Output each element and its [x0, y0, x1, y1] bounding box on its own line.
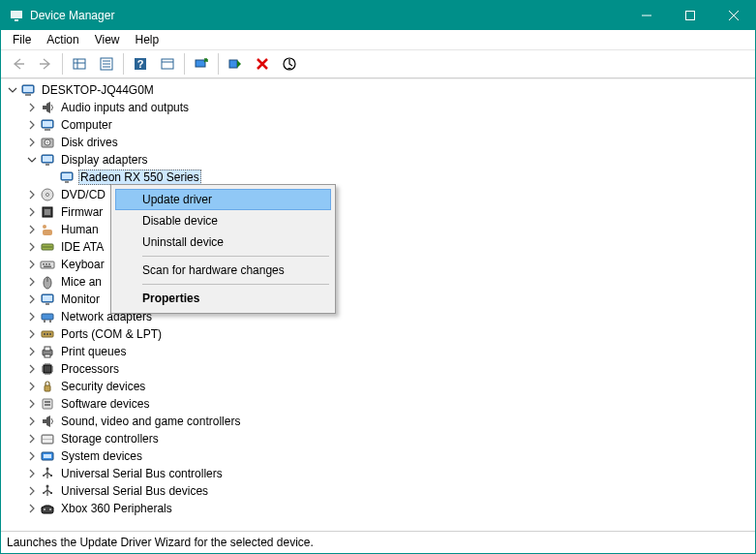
- context-menu-item[interactable]: Disable device: [115, 210, 331, 231]
- tree-category[interactable]: Universal Serial Bus controllers: [1, 465, 755, 482]
- context-menu-separator: [142, 284, 329, 285]
- tree-root-label: DESKTOP-JQ44G0M: [40, 83, 156, 97]
- toolbar-help-button[interactable]: ?: [128, 51, 153, 77]
- chevron-right-icon[interactable]: [24, 361, 40, 377]
- chevron-right-icon[interactable]: [24, 274, 40, 290]
- toolbar: ?: [1, 50, 755, 78]
- context-menu-item[interactable]: Uninstall device: [115, 231, 331, 253]
- toolbar-scan-button[interactable]: [277, 51, 302, 77]
- chevron-right-icon[interactable]: [24, 414, 40, 429]
- tree-category-label: Universal Serial Bus devices: [59, 484, 210, 498]
- toolbar-details-button[interactable]: [155, 51, 180, 77]
- svg-rect-77: [685, 12, 694, 20]
- mouse-icon: [40, 274, 55, 290]
- toolbar-enable-button[interactable]: [223, 51, 248, 77]
- toolbar-separator: [218, 53, 219, 75]
- tree-category-label: Xbox 360 Peripherals: [59, 502, 174, 515]
- tree-category[interactable]: Xbox 360 Peripherals: [1, 500, 755, 517]
- context-menu-item[interactable]: Update driver: [115, 189, 331, 210]
- tree-category-label: Security devices: [59, 380, 147, 393]
- chevron-right-icon[interactable]: [24, 100, 40, 115]
- toolbar-properties-button[interactable]: [94, 51, 119, 77]
- tree-category[interactable]: Display adapters: [1, 151, 755, 169]
- tree-category[interactable]: Security devices: [1, 378, 755, 395]
- firmware-icon: [40, 204, 55, 220]
- context-menu-item[interactable]: Scan for hardware changes: [115, 260, 331, 281]
- tree-category[interactable]: Ports (COM & LPT): [1, 325, 755, 343]
- chevron-right-icon[interactable]: [24, 344, 40, 359]
- tree-category[interactable]: Universal Serial Bus devices: [1, 482, 755, 500]
- svg-rect-89: [162, 59, 173, 69]
- display-icon: [40, 152, 55, 168]
- toolbar-back-button[interactable]: [6, 51, 31, 77]
- tree-category-label: Sound, video and game controllers: [59, 415, 242, 428]
- context-menu-item-label: Uninstall device: [142, 235, 224, 249]
- svg-rect-74: [11, 11, 22, 18]
- menu-view[interactable]: View: [87, 31, 128, 48]
- chevron-right-icon[interactable]: [24, 448, 40, 464]
- sound-icon: [40, 414, 55, 429]
- app-icon: [9, 8, 24, 23]
- printer-icon: [40, 344, 55, 359]
- context-menu-item-label: Scan for hardware changes: [142, 263, 285, 277]
- tree-category[interactable]: Sound, video and game controllers: [1, 413, 755, 430]
- disk-icon: [40, 135, 55, 150]
- svg-rect-80: [74, 59, 85, 69]
- close-button[interactable]: [711, 1, 755, 30]
- chevron-right-icon[interactable]: [24, 187, 40, 202]
- network-icon: [40, 309, 55, 324]
- tree-root[interactable]: DESKTOP-JQ44G0M: [1, 81, 755, 99]
- chevron-right-icon[interactable]: [24, 239, 40, 255]
- optical-icon: [40, 187, 55, 202]
- tree-category[interactable]: Disk drives: [1, 134, 755, 151]
- toolbar-uninstall-button[interactable]: [250, 51, 275, 77]
- tree-category[interactable]: Processors: [1, 360, 755, 378]
- minimize-button[interactable]: [624, 1, 668, 30]
- tree-category[interactable]: System devices: [1, 447, 755, 465]
- chevron-right-icon[interactable]: [24, 396, 40, 412]
- context-menu-item-label: Properties: [142, 292, 199, 305]
- usb-icon: [40, 466, 55, 481]
- audio-icon: [40, 100, 55, 115]
- tree-category[interactable]: Computer: [1, 116, 755, 134]
- chevron-right-icon[interactable]: [24, 379, 40, 394]
- tree-category-label: Processors: [59, 362, 121, 376]
- chevron-right-icon[interactable]: [24, 501, 40, 516]
- ide-icon: [40, 239, 55, 255]
- maximize-button[interactable]: [668, 1, 711, 30]
- tree-category-label: Disk drives: [59, 136, 120, 149]
- tree-category[interactable]: Audio inputs and outputs: [1, 99, 755, 116]
- chevron-right-icon[interactable]: [24, 431, 40, 446]
- tree-category-label: Firmwar: [59, 205, 105, 219]
- chevron-right-icon[interactable]: [24, 326, 40, 342]
- chevron-right-icon[interactable]: [24, 466, 40, 481]
- chevron-right-icon[interactable]: [24, 222, 40, 237]
- context-menu-item[interactable]: Properties: [115, 288, 331, 309]
- tree-category[interactable]: Software devices: [1, 395, 755, 413]
- chevron-right-icon[interactable]: [24, 309, 40, 324]
- tree-category[interactable]: Print queues: [1, 343, 755, 360]
- tree-category-label: IDE ATA: [59, 240, 106, 254]
- status-bar: Launches the Update Driver Wizard for th…: [1, 531, 755, 553]
- chevron-right-icon[interactable]: [24, 117, 40, 133]
- menu-action[interactable]: Action: [39, 31, 86, 48]
- menu-file[interactable]: File: [5, 31, 39, 48]
- software-icon: [40, 396, 55, 412]
- chevron-down-icon[interactable]: [24, 152, 40, 168]
- menu-help[interactable]: Help: [128, 31, 167, 48]
- tree-category-label: Audio inputs and outputs: [59, 101, 191, 114]
- toolbar-forward-button[interactable]: [33, 51, 58, 77]
- toolbar-update-driver-button[interactable]: [189, 51, 214, 77]
- tree-category[interactable]: Storage controllers: [1, 430, 755, 447]
- tree-category-label: Computer: [59, 118, 114, 132]
- toolbar-show-hidden-button[interactable]: [67, 51, 92, 77]
- chevron-right-icon[interactable]: [24, 483, 40, 499]
- tree-category-label: System devices: [59, 449, 144, 463]
- security-icon: [40, 379, 55, 394]
- chevron-right-icon[interactable]: [24, 135, 40, 150]
- chevron-right-icon[interactable]: [24, 204, 40, 220]
- chevron-down-icon[interactable]: [5, 82, 20, 98]
- chevron-right-icon[interactable]: [24, 292, 40, 307]
- svg-rect-75: [15, 19, 18, 21]
- chevron-right-icon[interactable]: [24, 257, 40, 272]
